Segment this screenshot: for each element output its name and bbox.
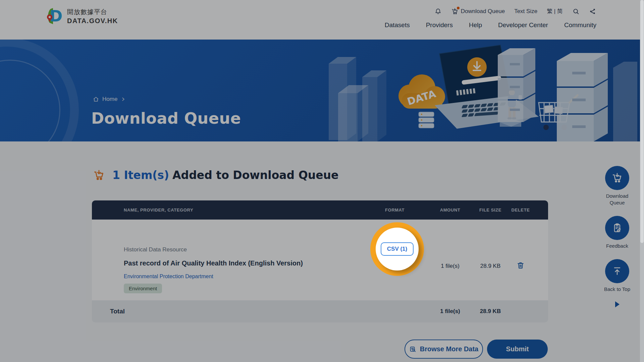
download-queue-page: D 開放數據平台 DATA.GOV.HK [0,0,644,362]
format-csv-button[interactable]: CSV (1) [381,242,414,256]
spotlight-highlight-ring: CSV (1) [370,222,424,276]
scrollbar-track[interactable] [640,0,644,362]
spotlight-white-circle: CSV (1) [376,228,419,270]
scrollbar-thumb[interactable] [640,0,644,243]
tutorial-dim-overlay [0,0,640,362]
